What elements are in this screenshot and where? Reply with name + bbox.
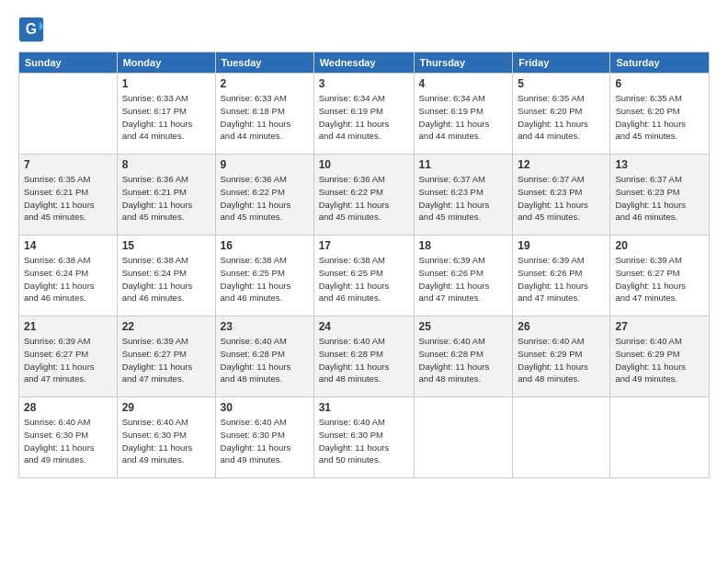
calendar-cell: 18Sunrise: 6:39 AMSunset: 6:26 PMDayligh… <box>414 236 513 316</box>
day-info: Sunrise: 6:35 AMSunset: 6:20 PMDaylight:… <box>518 92 605 143</box>
day-info: Sunrise: 6:35 AMSunset: 6:20 PMDaylight:… <box>615 92 704 143</box>
column-header-friday: Friday <box>513 52 610 74</box>
calendar-cell: 24Sunrise: 6:40 AMSunset: 6:28 PMDayligh… <box>313 316 414 397</box>
day-number: 7 <box>24 158 112 171</box>
day-number: 6 <box>615 77 704 90</box>
day-number: 22 <box>122 320 210 333</box>
day-number: 23 <box>221 320 309 333</box>
week-row-1: 1Sunrise: 6:33 AMSunset: 6:17 PMDaylight… <box>19 74 710 155</box>
day-number: 21 <box>24 320 112 333</box>
day-number: 8 <box>122 158 210 171</box>
day-number: 13 <box>615 158 704 171</box>
calendar-cell: 13Sunrise: 6:37 AMSunset: 6:23 PMDayligh… <box>610 155 710 236</box>
calendar-cell: 11Sunrise: 6:37 AMSunset: 6:23 PMDayligh… <box>414 155 513 236</box>
day-number: 12 <box>518 158 605 171</box>
logo: G <box>18 17 48 42</box>
day-number: 26 <box>518 320 605 333</box>
calendar-cell: 15Sunrise: 6:38 AMSunset: 6:24 PMDayligh… <box>117 236 215 316</box>
calendar-cell <box>414 397 513 478</box>
calendar-cell: 10Sunrise: 6:36 AMSunset: 6:22 PMDayligh… <box>313 155 414 236</box>
calendar-cell <box>513 397 610 478</box>
day-info: Sunrise: 6:37 AMSunset: 6:23 PMDaylight:… <box>518 173 605 224</box>
logo-icon: G <box>18 17 44 42</box>
day-number: 31 <box>319 401 409 414</box>
week-row-3: 14Sunrise: 6:38 AMSunset: 6:24 PMDayligh… <box>19 236 710 316</box>
day-info: Sunrise: 6:40 AMSunset: 6:28 PMDaylight:… <box>221 335 309 385</box>
day-info: Sunrise: 6:39 AMSunset: 6:26 PMDaylight:… <box>518 254 605 304</box>
day-number: 5 <box>518 77 605 90</box>
day-info: Sunrise: 6:38 AMSunset: 6:24 PMDaylight:… <box>122 254 210 304</box>
week-row-4: 21Sunrise: 6:39 AMSunset: 6:27 PMDayligh… <box>19 316 710 397</box>
day-number: 9 <box>221 158 309 171</box>
calendar-cell: 6Sunrise: 6:35 AMSunset: 6:20 PMDaylight… <box>610 74 710 155</box>
day-info: Sunrise: 6:38 AMSunset: 6:25 PMDaylight:… <box>221 254 309 304</box>
day-info: Sunrise: 6:40 AMSunset: 6:29 PMDaylight:… <box>615 335 704 385</box>
calendar-cell: 1Sunrise: 6:33 AMSunset: 6:17 PMDaylight… <box>117 74 215 155</box>
calendar-cell: 23Sunrise: 6:40 AMSunset: 6:28 PMDayligh… <box>215 316 313 397</box>
day-info: Sunrise: 6:34 AMSunset: 6:19 PMDaylight:… <box>319 92 409 143</box>
day-info: Sunrise: 6:40 AMSunset: 6:29 PMDaylight:… <box>518 335 605 385</box>
day-number: 2 <box>221 77 309 90</box>
calendar-cell <box>610 397 710 478</box>
day-info: Sunrise: 6:33 AMSunset: 6:18 PMDaylight:… <box>221 92 309 143</box>
day-info: Sunrise: 6:39 AMSunset: 6:27 PMDaylight:… <box>615 254 704 304</box>
calendar-cell: 21Sunrise: 6:39 AMSunset: 6:27 PMDayligh… <box>19 316 118 397</box>
day-info: Sunrise: 6:36 AMSunset: 6:22 PMDaylight:… <box>319 173 409 224</box>
week-row-2: 7Sunrise: 6:35 AMSunset: 6:21 PMDaylight… <box>19 155 710 236</box>
calendar-cell <box>19 74 118 155</box>
day-number: 14 <box>24 239 112 252</box>
day-number: 25 <box>419 320 508 333</box>
day-number: 16 <box>221 239 309 252</box>
day-info: Sunrise: 6:39 AMSunset: 6:26 PMDaylight:… <box>419 254 508 304</box>
day-info: Sunrise: 6:40 AMSunset: 6:30 PMDaylight:… <box>319 416 409 466</box>
calendar-cell: 17Sunrise: 6:38 AMSunset: 6:25 PMDayligh… <box>313 236 414 316</box>
day-info: Sunrise: 6:40 AMSunset: 6:30 PMDaylight:… <box>122 416 210 466</box>
day-number: 30 <box>221 401 309 414</box>
day-info: Sunrise: 6:36 AMSunset: 6:21 PMDaylight:… <box>122 173 210 224</box>
day-info: Sunrise: 6:37 AMSunset: 6:23 PMDaylight:… <box>615 173 704 224</box>
header-row: SundayMondayTuesdayWednesdayThursdayFrid… <box>19 52 710 74</box>
day-number: 18 <box>419 239 508 252</box>
day-info: Sunrise: 6:40 AMSunset: 6:28 PMDaylight:… <box>319 335 409 385</box>
calendar-cell: 28Sunrise: 6:40 AMSunset: 6:30 PMDayligh… <box>19 397 118 478</box>
day-number: 19 <box>518 239 605 252</box>
day-info: Sunrise: 6:39 AMSunset: 6:27 PMDaylight:… <box>122 335 210 385</box>
column-header-thursday: Thursday <box>414 52 513 74</box>
column-header-sunday: Sunday <box>19 52 118 74</box>
calendar-cell: 31Sunrise: 6:40 AMSunset: 6:30 PMDayligh… <box>313 397 414 478</box>
day-number: 28 <box>24 401 112 414</box>
calendar-cell: 7Sunrise: 6:35 AMSunset: 6:21 PMDaylight… <box>19 155 118 236</box>
calendar-cell: 2Sunrise: 6:33 AMSunset: 6:18 PMDaylight… <box>215 74 313 155</box>
day-number: 3 <box>319 77 409 90</box>
day-info: Sunrise: 6:40 AMSunset: 6:28 PMDaylight:… <box>419 335 508 385</box>
calendar-cell: 25Sunrise: 6:40 AMSunset: 6:28 PMDayligh… <box>414 316 513 397</box>
calendar-cell: 19Sunrise: 6:39 AMSunset: 6:26 PMDayligh… <box>513 236 610 316</box>
day-number: 4 <box>419 77 508 90</box>
calendar-cell: 27Sunrise: 6:40 AMSunset: 6:29 PMDayligh… <box>610 316 710 397</box>
day-number: 10 <box>319 158 409 171</box>
calendar-cell: 30Sunrise: 6:40 AMSunset: 6:30 PMDayligh… <box>215 397 313 478</box>
column-header-saturday: Saturday <box>610 52 710 74</box>
calendar-cell: 4Sunrise: 6:34 AMSunset: 6:19 PMDaylight… <box>414 74 513 155</box>
day-info: Sunrise: 6:38 AMSunset: 6:25 PMDaylight:… <box>319 254 409 304</box>
day-number: 1 <box>122 77 210 90</box>
day-number: 27 <box>615 320 704 333</box>
calendar-cell: 26Sunrise: 6:40 AMSunset: 6:29 PMDayligh… <box>513 316 610 397</box>
calendar-cell: 22Sunrise: 6:39 AMSunset: 6:27 PMDayligh… <box>117 316 215 397</box>
calendar-cell: 14Sunrise: 6:38 AMSunset: 6:24 PMDayligh… <box>19 236 118 316</box>
calendar-table: SundayMondayTuesdayWednesdayThursdayFrid… <box>18 52 710 478</box>
calendar-cell: 9Sunrise: 6:36 AMSunset: 6:22 PMDaylight… <box>215 155 313 236</box>
calendar-cell: 29Sunrise: 6:40 AMSunset: 6:30 PMDayligh… <box>117 397 215 478</box>
week-row-5: 28Sunrise: 6:40 AMSunset: 6:30 PMDayligh… <box>19 397 710 478</box>
column-header-wednesday: Wednesday <box>313 52 414 74</box>
day-number: 20 <box>615 239 704 252</box>
calendar-cell: 16Sunrise: 6:38 AMSunset: 6:25 PMDayligh… <box>215 236 313 316</box>
day-number: 11 <box>419 158 508 171</box>
day-number: 17 <box>319 239 409 252</box>
day-info: Sunrise: 6:40 AMSunset: 6:30 PMDaylight:… <box>221 416 309 466</box>
column-header-monday: Monday <box>117 52 215 74</box>
svg-text:G: G <box>26 21 37 37</box>
day-info: Sunrise: 6:34 AMSunset: 6:19 PMDaylight:… <box>419 92 508 143</box>
page: G SundayMondayTuesdayWednesdayThursdayFr… <box>0 0 728 489</box>
day-info: Sunrise: 6:40 AMSunset: 6:30 PMDaylight:… <box>24 416 112 466</box>
